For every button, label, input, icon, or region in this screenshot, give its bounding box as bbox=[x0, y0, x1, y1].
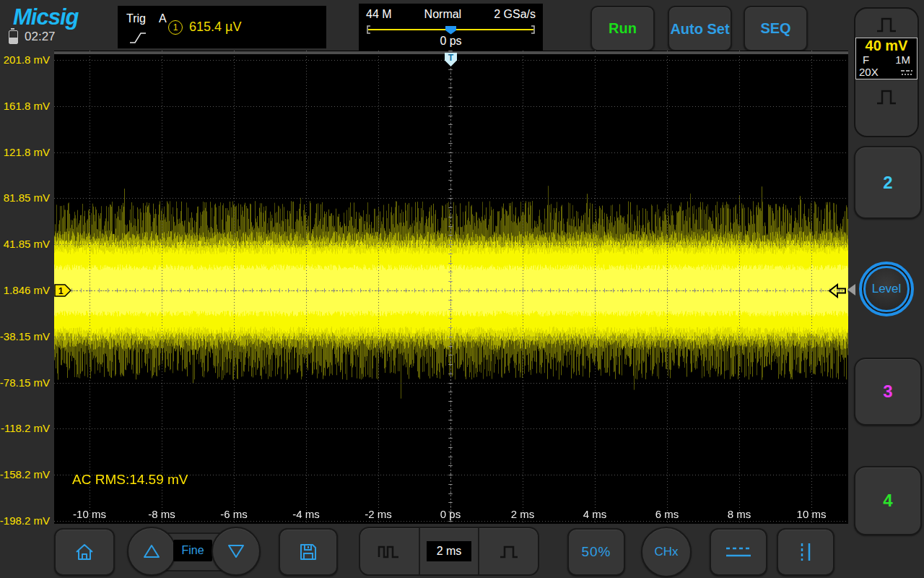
down-arrow-icon bbox=[226, 542, 246, 561]
x-axis-label: 4 ms bbox=[583, 508, 607, 520]
autoset-button[interactable]: Auto Set bbox=[668, 6, 732, 51]
run-button[interactable]: Run bbox=[590, 6, 655, 51]
x-axis-labels: -10 ms-8 ms-6 ms-4 ms-2 ms0 ps2 ms4 ms6 … bbox=[54, 508, 848, 522]
waveform-canvas[interactable] bbox=[54, 51, 848, 524]
trigger-level-knob[interactable]: Level bbox=[859, 262, 914, 316]
oscilloscope-screen: Micsig 02:27 Trig A 1 615.4 µV 44 M Norm… bbox=[0, 0, 924, 578]
waveform-display[interactable]: T 1 -10 ms-8 ms-6 ms-4 ms-2 ms0 ps2 ms4 … bbox=[54, 51, 848, 524]
y-axis-label: -118.2 mV bbox=[1, 422, 50, 434]
y-axis-labels: 201.8 mV161.8 mV121.8 mV81.85 mV41.85 mV… bbox=[0, 51, 52, 524]
acquisition-readouts: 44 M Normal 2 GSa/s bbox=[359, 8, 543, 21]
clock: 02:27 bbox=[25, 30, 56, 44]
timebase-expand-icon bbox=[497, 543, 520, 560]
vertical-cursors-icon bbox=[791, 540, 820, 564]
x-axis-label: -8 ms bbox=[148, 508, 175, 520]
y-axis-label: 121.8 mV bbox=[4, 146, 50, 158]
y-axis-label: 81.85 mV bbox=[4, 191, 50, 204]
channel1-marker[interactable]: 1 bbox=[54, 284, 73, 297]
trigger-level-arrow[interactable] bbox=[828, 283, 847, 298]
timebase-value: 2 ms bbox=[427, 541, 471, 561]
trigger-position-marker bbox=[445, 26, 456, 35]
adjust-up-button[interactable] bbox=[127, 527, 176, 576]
trigger-position-slider[interactable] bbox=[366, 25, 536, 35]
trigger-delay-value: 0 ps bbox=[359, 35, 543, 48]
level-pointer-icon bbox=[847, 284, 855, 296]
seq-button[interactable]: SEQ bbox=[744, 6, 808, 51]
channel1-coupling: F bbox=[863, 53, 869, 66]
channel3-button[interactable]: 3 bbox=[854, 358, 922, 426]
up-arrow-icon bbox=[141, 542, 162, 561]
x-axis-label: 8 ms bbox=[728, 508, 751, 520]
trigger-level-knob-face[interactable]: Level bbox=[863, 266, 910, 312]
trigger-source-badge: 1 bbox=[168, 20, 183, 35]
trigger-status-box[interactable]: Trig A 1 615.4 µV bbox=[118, 6, 326, 48]
adjust-down-button[interactable] bbox=[212, 527, 261, 576]
horizontal-cursors-icon bbox=[723, 542, 754, 562]
x-axis-label: -4 ms bbox=[292, 508, 320, 520]
y-axis-label: 1.846 mV bbox=[4, 284, 50, 296]
scale-up-pulse-icon[interactable] bbox=[874, 14, 899, 35]
y-axis-label: -78.15 mV bbox=[0, 376, 50, 389]
x-axis-label: 6 ms bbox=[655, 508, 679, 520]
timebase-value-button[interactable]: 2 ms bbox=[419, 528, 479, 574]
trigger-mode-label: A bbox=[159, 12, 167, 25]
coupling-icon bbox=[899, 69, 914, 76]
timebase-expand-button[interactable] bbox=[478, 528, 538, 574]
channel1-scale-control[interactable]: 40 mV F 1M 20X bbox=[854, 7, 919, 137]
channel1-info-box[interactable]: 40 mV F 1M 20X bbox=[855, 38, 918, 79]
fifty-percent-button[interactable]: 50% bbox=[567, 528, 625, 576]
x-axis-label: -2 ms bbox=[365, 508, 392, 520]
x-axis-label: 10 ms bbox=[797, 508, 827, 520]
timebase-compress-icon bbox=[378, 543, 401, 560]
scale-down-pulse-icon[interactable] bbox=[874, 86, 899, 108]
x-axis-label: 0 ps bbox=[440, 508, 461, 520]
y-axis-label: -198.2 mV bbox=[0, 514, 50, 527]
channel1-impedance: 1M bbox=[895, 53, 910, 66]
battery-icon bbox=[9, 30, 18, 44]
y-axis-label: 201.8 mV bbox=[4, 53, 50, 66]
x-axis-label: 2 ms bbox=[511, 508, 535, 520]
svg-text:1: 1 bbox=[58, 286, 64, 296]
x-axis-label: -10 ms bbox=[73, 508, 106, 520]
channel-select-button[interactable]: CHx bbox=[641, 527, 692, 577]
horizontal-cursors-button[interactable] bbox=[710, 528, 767, 576]
x-axis-label: -6 ms bbox=[220, 508, 248, 520]
vertical-cursors-button[interactable] bbox=[777, 528, 834, 576]
rising-edge-icon bbox=[128, 30, 147, 46]
y-axis-label: 41.85 mV bbox=[4, 238, 50, 250]
y-axis-label: -158.2 mV bbox=[0, 468, 50, 480]
trigger-level-value: 615.4 µV bbox=[189, 20, 241, 35]
channel1-probe: 20X bbox=[859, 66, 879, 78]
brand-logo: Micsig bbox=[13, 4, 78, 30]
home-button[interactable] bbox=[54, 528, 115, 576]
timebase-control: 2 ms bbox=[359, 527, 539, 576]
trigger-label: Trig bbox=[126, 12, 146, 25]
save-button[interactable] bbox=[279, 528, 338, 576]
save-icon bbox=[298, 542, 318, 562]
channel2-button[interactable]: 2 bbox=[854, 146, 922, 219]
memory-depth: 44 M bbox=[366, 8, 392, 21]
home-icon bbox=[74, 542, 95, 562]
measurement-readout: AC RMS:14.59 mV bbox=[72, 472, 188, 488]
y-axis-label: -38.15 mV bbox=[0, 330, 50, 342]
channel4-button[interactable]: 4 bbox=[854, 466, 922, 535]
trigger-level-readout: 1 615.4 µV bbox=[168, 6, 241, 48]
channel1-scale: 40 mV bbox=[856, 38, 917, 53]
acquisition-status-box[interactable]: 44 M Normal 2 GSa/s 0 ps bbox=[359, 4, 543, 51]
y-axis-label: 161.8 mV bbox=[4, 100, 50, 112]
fine-mode-label[interactable]: Fine bbox=[173, 540, 212, 561]
timebase-compress-button[interactable] bbox=[360, 528, 419, 574]
trigger-mode: Normal bbox=[424, 8, 462, 21]
sample-rate: 2 GSa/s bbox=[494, 8, 536, 21]
